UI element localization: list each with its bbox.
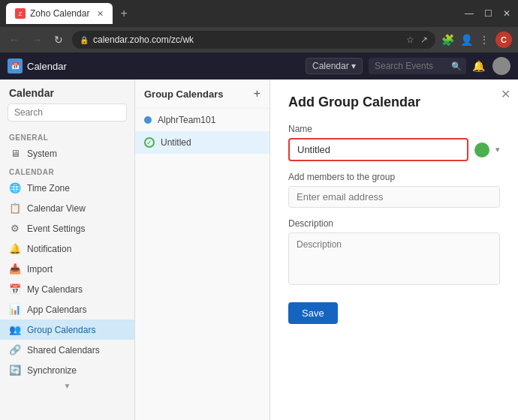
tab-close-btn[interactable]: ✕ <box>97 9 104 19</box>
sidebar-label-synchronize: Synchronize <box>27 365 77 376</box>
minimize-btn[interactable]: — <box>463 8 475 19</box>
sidebar-header: Calendar <box>0 80 134 104</box>
app-logo-text: Calendar <box>27 61 67 72</box>
email-input[interactable] <box>288 186 500 208</box>
alphr-label: AlphrTeam101 <box>158 115 215 125</box>
system-icon: 🖥 <box>9 148 21 159</box>
menu-icon[interactable]: ⋮ <box>479 34 489 46</box>
name-label: Name <box>288 124 500 134</box>
sidebar-item-app-calendars[interactable]: 📊 App Calendars <box>0 299 134 320</box>
notification-icon: 🔔 <box>9 243 21 254</box>
calendar-item-alphr[interactable]: AlphrTeam101 <box>135 109 270 131</box>
shared-calendars-icon: 🔗 <box>9 344 21 356</box>
group-calendars-icon: 👥 <box>9 324 21 335</box>
sidebar: Calendar GENERAL 🖥 System CALENDAR 🌐 Tim… <box>0 80 135 420</box>
description-label: Description <box>288 218 500 229</box>
tab-title: Zoho Calendar <box>30 8 89 19</box>
import-icon: 📥 <box>9 263 21 274</box>
forward-btn[interactable]: → <box>29 32 45 47</box>
sidebar-section-general: GENERAL <box>0 129 134 143</box>
event-settings-icon: ⚙ <box>9 223 21 234</box>
sidebar-label-system: System <box>27 148 57 159</box>
sidebar-label-notification: Notification <box>27 244 71 254</box>
calendar-dropdown-btn[interactable]: Calendar ▾ <box>306 58 363 74</box>
browser-actions: 🧩 👤 ⋮ C <box>441 32 512 48</box>
name-section: Name ▾ <box>288 124 500 161</box>
name-input[interactable] <box>288 138 468 161</box>
bell-icon[interactable]: 🔔 <box>472 60 485 72</box>
sidebar-label-import: Import <box>27 264 53 274</box>
save-button[interactable]: Save <box>288 302 338 324</box>
sidebar-item-event-settings[interactable]: ⚙ Event Settings <box>0 218 134 238</box>
main-title: Add Group Calendar <box>288 94 500 110</box>
sidebar-item-my-calendars[interactable]: 📅 My Calendars <box>0 279 134 299</box>
maximize-btn[interactable]: ☐ <box>483 8 494 19</box>
sidebar-label-calendar-view: Calendar View <box>27 203 86 214</box>
user-avatar: C <box>495 32 512 48</box>
tab-icon: Z <box>15 8 26 19</box>
sidebar-item-notification[interactable]: 🔔 Notification <box>0 238 134 259</box>
address-bar: ← → ↻ 🔒 calendar.zoho.com/zc/wk ☆ ↗ 🧩 👤 … <box>0 27 518 52</box>
sidebar-label-my-calendars: My Calendars <box>27 284 83 295</box>
close-btn[interactable]: ✕ <box>501 8 512 19</box>
url-text: calendar.zoho.com/zc/wk <box>93 34 194 45</box>
sidebar-item-shared-calendars[interactable]: 🔗 Shared Calendars <box>0 340 134 360</box>
sidebar-section-calendar: CALENDAR <box>0 164 134 178</box>
topbar-icons: 🔔 <box>472 57 510 75</box>
sidebar-label-timezone: Time Zone <box>27 183 70 194</box>
refresh-btn[interactable]: ↻ <box>51 32 66 47</box>
sidebar-search-input[interactable] <box>8 104 127 122</box>
description-textarea[interactable] <box>288 232 500 285</box>
topbar-avatar[interactable] <box>492 57 510 75</box>
untitled-label: Untitled <box>161 137 191 148</box>
middle-panel-header: Group Calendars + <box>135 80 270 109</box>
calendar-item-untitled[interactable]: ✓ Untitled <box>135 131 270 154</box>
bookmark-icon[interactable]: ☆ <box>406 34 414 45</box>
lock-icon: 🔒 <box>80 36 89 44</box>
my-calendars-icon: 📅 <box>9 284 21 295</box>
sidebar-label-event-settings: Event Settings <box>27 224 85 234</box>
extensions-icon[interactable]: 🧩 <box>441 34 454 46</box>
app-logo-icon: 📅 <box>8 58 23 74</box>
sidebar-item-synchronize[interactable]: 🔄 Synchronize <box>0 360 134 380</box>
timezone-icon: 🌐 <box>9 182 21 194</box>
description-section: Description <box>288 218 500 287</box>
sidebar-item-timezone[interactable]: 🌐 Time Zone <box>0 178 134 198</box>
back-btn[interactable]: ← <box>6 32 23 47</box>
main-close-btn[interactable]: ✕ <box>501 87 510 101</box>
scroll-indicator: ▼ <box>0 380 134 392</box>
browser-chrome: Z Zoho Calendar ✕ + — ☐ ✕ <box>0 0 518 27</box>
add-calendar-btn[interactable]: + <box>254 87 261 100</box>
untitled-check: ✓ <box>144 137 155 148</box>
main-content: ✕ Add Group Calendar Name ▾ Add members … <box>270 80 518 420</box>
color-dot-btn[interactable] <box>474 142 489 158</box>
alphr-dot <box>144 116 152 124</box>
window-controls: — ☐ ✕ <box>463 8 512 19</box>
app-container: Calendar GENERAL 🖥 System CALENDAR 🌐 Tim… <box>0 80 518 420</box>
url-actions: ☆ ↗ <box>406 34 428 45</box>
group-calendars-title: Group Calendars <box>144 88 223 100</box>
browser-tab[interactable]: Z Zoho Calendar ✕ <box>6 3 113 24</box>
members-label: Add members to the group <box>288 172 500 182</box>
middle-panel: Group Calendars + AlphrTeam101 ✓ Untitle… <box>135 80 270 420</box>
url-bar[interactable]: 🔒 calendar.zoho.com/zc/wk ☆ ↗ <box>72 31 435 49</box>
profile-icon[interactable]: 👤 <box>460 34 473 46</box>
app-logo: 📅 Calendar <box>8 58 67 74</box>
sidebar-item-calendar-view[interactable]: 📋 Calendar View <box>0 198 134 218</box>
new-tab-btn[interactable]: + <box>117 7 130 20</box>
sidebar-item-import[interactable]: 📥 Import <box>0 259 134 279</box>
sidebar-item-group-calendars[interactable]: 👥 Group Calendars <box>0 320 134 340</box>
sidebar-label-group-calendars: Group Calendars <box>27 325 95 335</box>
search-icon: 🔍 <box>451 62 462 71</box>
share-icon[interactable]: ↗ <box>420 34 428 45</box>
synchronize-icon: 🔄 <box>9 364 21 376</box>
name-row: ▾ <box>288 138 500 161</box>
app-calendars-icon: 📊 <box>9 304 21 315</box>
sidebar-label-shared-calendars: Shared Calendars <box>27 345 100 356</box>
sidebar-label-app-calendars: App Calendars <box>27 304 86 315</box>
members-section: Add members to the group <box>288 172 500 208</box>
app-topbar: 📅 Calendar Calendar ▾ 🔍 🔔 <box>0 52 518 80</box>
color-arrow-btn[interactable]: ▾ <box>495 145 500 154</box>
sidebar-item-system[interactable]: 🖥 System <box>0 143 134 164</box>
calendar-view-icon: 📋 <box>9 202 21 214</box>
